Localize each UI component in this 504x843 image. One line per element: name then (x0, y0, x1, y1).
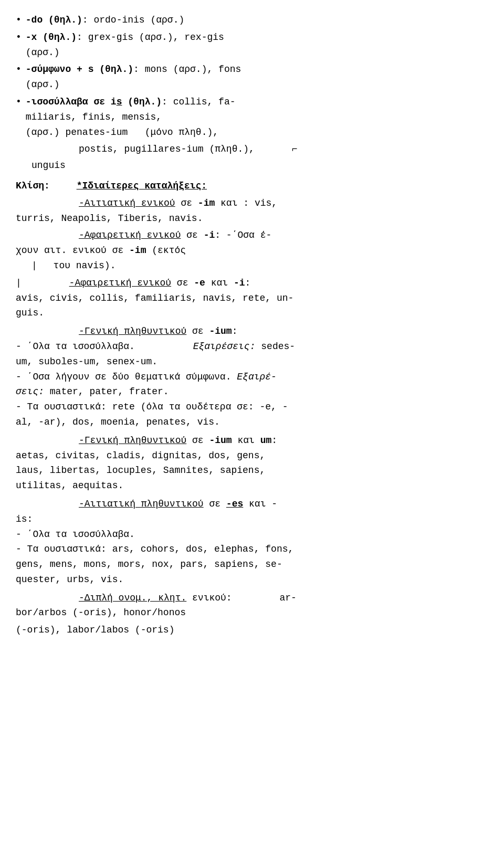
sub3-line3: guis. (16, 305, 488, 321)
sub3-rest: σε -e και -i: (171, 278, 250, 288)
postis-section: postis, pugillares-ium (πληθ.), ⌐ (16, 142, 488, 157)
sub4-line2: um, suboles-um, senex-um. (16, 354, 488, 370)
sub6-line4: quester, urbs, vis. (16, 572, 488, 587)
sub7-title-line: -Διπλή ονομ., κλητ. ενικού: ar- (16, 591, 488, 606)
sub2-line1: -Αφαιρετική ενικού σε -i: -΄Οσα έ- (16, 228, 488, 243)
sub5-title-rest: σε -ium και um: (186, 435, 277, 446)
main-content: • -do (θηλ.): ordo-inis (αρσ.) • -x (θηλ… (16, 13, 488, 638)
sub4-exc1: Εξαιρέσεις: sedes- (141, 341, 295, 352)
klisi-title: *Ιδιαίτερες καταλήξεις: (56, 181, 207, 191)
sub4-exc1-italic: Εξαιρέσεις: (193, 341, 256, 352)
x-line2: (αρσ.) (26, 45, 224, 60)
sub6-line2: - Τα ουσιαστικά: ars, cohors, dos, eleph… (16, 542, 488, 557)
sub4-exc2: Εξαιρέ- (237, 372, 277, 382)
sub3-underline: -Αφαιρετική ενικού (69, 278, 171, 288)
x-line1: -x (θηλ.): grex-gis (αρσ.), rex-gis (26, 30, 224, 45)
sub5-underline: -Γενική πληθυντικού (79, 435, 186, 446)
sub4-bullet1: - ΄Ολα τα ισοσύλλαβα. (16, 341, 135, 352)
sub2-line2: χουν αιτ. ενικού σε -im (εκτός (16, 243, 488, 258)
sub4-underline: -Γενική πληθυντικού (79, 326, 186, 336)
sub1-rest1: σε -im και : vis, (175, 198, 277, 208)
sub1-line1: -Αιτιατική ενικού σε -im και : vis, (16, 196, 488, 211)
isosyllaba-line1: -ισοσύλλαβα σε is (θηλ.): collis, fa- (26, 94, 236, 110)
isosyllaba-term: -ισοσύλλαβα σε is (θηλ.) (26, 97, 162, 107)
sub5-title-line: -Γενική πληθυντικού σε -ium και um: (16, 433, 488, 448)
sub2-rest1: σε -i: -΄Οσα έ- (181, 230, 271, 240)
sub4-line1: - ΄Ολα τα ισοσύλλαβα. Εξαιρέσεις: sedes- (16, 339, 488, 354)
sub5-line1: aetas, civitas, cladis, dignitas, dos, g… (16, 448, 488, 463)
sub3-line1-text: -Αφαιρετική ενικού σε -e και -i: (27, 278, 251, 288)
bullet-x: • -x (θηλ.): grex-gis (αρσ.), rex-gis (α… (16, 30, 488, 60)
bullet-x-text: -x (θηλ.): grex-gis (αρσ.), rex-gis (αρσ… (26, 30, 224, 60)
klisi-header: Κλίση: *Ιδιαίτερες καταλήξεις: (16, 178, 488, 194)
bullet-symbol-2: • (16, 30, 22, 45)
sub4-line6: al, -ar), dos, moenia, penates, vis. (16, 415, 488, 430)
sub2-underline: -Αφαιρετική ενικού (79, 230, 181, 240)
sub4-title-line: -Γενική πληθυντικού σε -ium: (16, 324, 488, 339)
sub4-line5: - Τα ουσιαστικά: rete (όλα τα ουδέτερα σ… (16, 399, 488, 415)
klisi-title-text: *Ιδιαίτερες καταλήξεις: (77, 181, 207, 191)
bullet-symbol-3: • (16, 62, 22, 77)
sub7-section: -Διπλή ονομ., κλητ. ενικού: ar- bor/arbo… (16, 591, 488, 638)
bullet-do-text: -do (θηλ.): ordo-inis (αρσ.) (26, 13, 184, 28)
symfwno-rest: : mons (αρσ.), fons (133, 64, 241, 75)
sub3-line1: | -Αφαιρετική ενικού σε -e και -i: (16, 276, 488, 291)
sub6-section: -Αιτιατική πληθυντικού σε -es και - is: … (16, 497, 488, 587)
isosyllaba-rest: : collis, fa- (162, 97, 235, 107)
sub1-line2: turris, Neapolis, Tiberis, navis. (16, 211, 488, 226)
sub7-arbor: ar- (237, 593, 296, 603)
sub3-line2: avis, civis, collis, familiaris, navis, … (16, 291, 488, 306)
sub1-underline: -Αιτιατική ενικού (79, 198, 175, 208)
sub5-line2: laus, libertas, locuples, Samnites, sapi… (16, 463, 488, 478)
do-rest: : ordo-inis (αρσ.) (82, 15, 184, 25)
bullet-isosyllaba-text: -ισοσύλλαβα σε is (θηλ.): collis, fa- mi… (26, 94, 236, 140)
sub7-underline: -Διπλή ονομ., κλητ. (79, 593, 186, 603)
x-rest: : grex-gis (αρσ.), rex-gis (77, 32, 224, 43)
do-term: -do (θηλ.) (26, 15, 82, 25)
sub4-section: -Γενική πληθυντικού σε -ium: - ΄Ολα τα ι… (16, 324, 488, 430)
sub6-underline: -Αιτιατική πληθυντικού (79, 499, 204, 509)
bullet-isosyllaba: • -ισοσύλλαβα σε is (θηλ.): collis, fa- … (16, 94, 488, 140)
unguis-line: unguis (16, 158, 488, 173)
sub2-line3: | του navis). (16, 258, 488, 273)
sub6-is-line: is: (16, 512, 488, 527)
sub7-line3: (-oris), labor/labos (-oris) (16, 623, 488, 638)
bullet-symbol-4: • (16, 94, 22, 110)
isosyllaba-line2: miliaris, finis, mensis, (26, 110, 236, 125)
sub3-section: | -Αφαιρετική ενικού σε -e και -i: avis,… (16, 276, 488, 321)
symfwno-term: -σύμφωνο + s (θηλ.) (26, 64, 133, 75)
sub6-title-rest: σε -es και - (204, 499, 277, 509)
bullet-do: • -do (θηλ.): ordo-inis (αρσ.) (16, 13, 488, 28)
klisi-label: Κλίση: (16, 181, 50, 191)
sub5-line3: utilitas, aequitas. (16, 478, 488, 493)
sub4-line3: - ΄Οσα λήγουν σε δύο θεματικά σύμφωνα. Ε… (16, 370, 488, 385)
sub4-exc3: σεις: (16, 386, 44, 397)
sub7-line2: bor/arbos (-oris), honor/honos (16, 605, 488, 620)
symfwno-line1: -σύμφωνο + s (θηλ.): mons (αρσ.), fons (26, 62, 241, 77)
sub6-line1: - ΄Ολα τα ισοσύλλαβα. (16, 527, 488, 542)
x-term: -x (θηλ.) (26, 32, 77, 43)
corner-symbol: ⌐ (292, 144, 298, 154)
unguis-text: unguis (32, 160, 66, 171)
symfwno-line2: (αρσ.) (26, 77, 241, 92)
sub6-title-line: -Αιτιατική πληθυντικού σε -es και - (16, 497, 488, 512)
postis-text: postis, pugillares-ium (πληθ.), (79, 144, 255, 154)
sub4-title-rest: σε -ium: (186, 326, 237, 336)
sub6-line3: gens, mens, mons, mors, nox, pars, sapie… (16, 557, 488, 572)
sub2-section: -Αφαιρετική ενικού σε -i: -΄Οσα έ- χουν … (16, 228, 488, 273)
bullet-symbol-1: • (16, 13, 22, 28)
sub3-bar: | (16, 278, 27, 288)
sub1-section: -Αιτιατική ενικού σε -im και : vis, turr… (16, 196, 488, 226)
isosyllaba-line3: (αρσ.) penates-ium (μόνο πληθ.), (26, 125, 236, 140)
bullet-symfwno: • -σύμφωνο + s (θηλ.): mons (αρσ.), fons… (16, 62, 488, 92)
bullet-symfwno-text: -σύμφωνο + s (θηλ.): mons (αρσ.), fons (… (26, 62, 241, 92)
klisi-section: Κλίση: *Ιδιαίτερες καταλήξεις: -Αιτιατικ… (16, 178, 488, 638)
sub5-section: -Γενική πληθυντικού σε -ium και um: aeta… (16, 433, 488, 493)
sub7-title-rest: ενικού: (186, 593, 232, 603)
sub4-line4: σεις: mater, pater, frater. (16, 384, 488, 399)
